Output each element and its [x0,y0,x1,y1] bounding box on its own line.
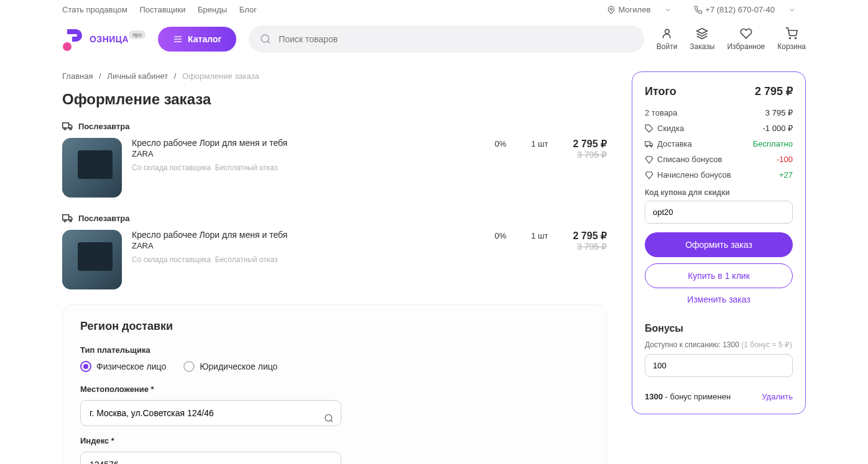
radio-individual[interactable]: Физическое лицо [80,361,166,372]
delivery-label: Доставка [645,139,692,148]
summary-title: Итого [645,85,676,98]
svg-point-20 [646,145,647,147]
bonus-earned-value: +27 [779,170,793,180]
search-icon[interactable] [324,412,334,423]
product-qty: 1 шт [531,230,548,240]
search-icon [260,34,271,45]
items-value: 3 795 ₽ [765,108,793,117]
phone-selector[interactable]: +7 (812) 670-07-40 [694,5,796,14]
svg-rect-10 [63,123,69,128]
coupon-label: Код купона для скидки [645,188,793,197]
breadcrumb-current: Оформление заказа [182,71,259,81]
radio-legal[interactable]: Юридическое лицо [183,361,277,372]
bonus-section-title: Бонусы [645,323,793,334]
diamond-icon [645,171,653,180]
logo-text: ОЗНИЦА [90,34,129,44]
product-brand: ZARA [132,149,484,158]
top-link-suppliers[interactable]: Поставщики [140,5,186,14]
svg-point-5 [262,35,269,42]
svg-line-6 [268,42,270,43]
bonus-earned-label: Начислено бонусов [645,170,731,180]
discount-label: Скидка [645,124,684,133]
package-icon [696,27,708,40]
heart-icon [740,27,752,40]
checkout-button[interactable]: Оформить заказ [645,232,793,257]
bonus-applied-text: 1300 - бонус применен [645,392,731,401]
chevron-down-icon [664,6,672,14]
bonus-available: Доступно к списанию: 1300 (1 бонус = 5 ₽… [645,340,793,349]
svg-point-16 [325,415,332,422]
items-count-label: 2 товара [645,108,677,117]
product-image[interactable] [62,230,122,289]
change-order-link[interactable]: Изменить заказ [645,294,793,304]
menu-icon [173,34,183,44]
catalog-button[interactable]: Каталог [158,27,236,52]
svg-point-1 [63,42,72,51]
summary-sidebar: Итого 2 795 ₽ 2 товара 3 795 ₽ Скидка -1… [632,71,806,414]
product-old-price: 3 795 ₽ [573,150,607,160]
city-selector[interactable]: Могилев [607,5,672,14]
svg-point-15 [70,220,72,222]
truck-icon [62,212,73,224]
cart-action[interactable]: Корзина [777,27,806,51]
breadcrumb-cabinet[interactable]: Личный кабинет [107,71,168,81]
product-title[interactable]: Кресло рабочее Лори для меня и тебя [132,230,484,240]
search-input[interactable] [249,25,644,53]
pin-icon [607,6,616,14]
product-brand: ZARA [132,241,484,250]
truck-icon [62,121,73,132]
page-title: Оформление заказа [62,91,607,108]
index-label: Индекс * [80,436,589,445]
payer-type-label: Тип плательщика [80,345,589,355]
logo[interactable]: ОЗНИЦА про [62,27,145,52]
svg-point-8 [790,38,791,39]
top-link-seller[interactable]: Стать продавцом [62,5,127,14]
svg-point-9 [795,38,796,39]
location-input[interactable] [80,400,341,426]
product-discount: 0% [494,230,506,240]
product-discount: 0% [494,138,506,148]
orders-action[interactable]: Заказы [690,27,714,51]
bonus-input[interactable] [645,354,793,377]
svg-point-11 [64,128,66,130]
user-icon [661,27,673,40]
product-price: 2 795 ₽ [573,138,607,150]
svg-point-7 [665,29,669,34]
svg-point-0 [611,8,613,11]
tag-icon [645,124,653,133]
phone-icon [694,6,703,14]
breadcrumb: Главная / Личный кабинет / Оформление за… [62,71,607,81]
discount-value: -1 000 ₽ [763,124,793,133]
svg-rect-13 [63,215,69,220]
product-price: 2 795 ₽ [573,230,607,242]
svg-point-14 [64,220,66,222]
oneclick-button[interactable]: Купить в 1 клик [645,263,793,288]
truck-icon [645,140,653,148]
cart-icon [785,27,798,40]
delivery-date-1: Послезавтра [62,121,607,132]
diamond-icon [645,155,653,164]
location-label: Местоположение * [80,384,589,394]
delivery-value: Бесплатно [753,139,793,148]
section-title: Регион доставки [80,320,589,333]
logo-mark-icon [62,27,87,52]
favorites-action[interactable]: Избранное [727,27,765,51]
top-link-brands[interactable]: Бренды [198,5,227,14]
index-input[interactable] [80,452,341,464]
product-title[interactable]: Кресло рабочее Лори для меня и тебя [132,138,484,148]
svg-point-21 [650,145,652,147]
breadcrumb-home[interactable]: Главная [62,71,93,81]
svg-point-12 [70,128,72,130]
bonus-spent-label: Списано бонусов [645,155,722,164]
login-action[interactable]: Войти [657,27,678,51]
bonus-spent-value: -100 [777,155,793,164]
top-link-blog[interactable]: Блог [239,5,257,14]
product-old-price: 3 795 ₽ [573,242,607,252]
svg-line-17 [331,421,333,422]
product-qty: 1 шт [531,138,548,148]
logo-badge: про [129,30,145,39]
svg-rect-19 [645,141,650,145]
product-image[interactable] [62,138,122,198]
coupon-input[interactable] [645,201,793,224]
bonus-remove-link[interactable]: Удалить [762,392,793,401]
